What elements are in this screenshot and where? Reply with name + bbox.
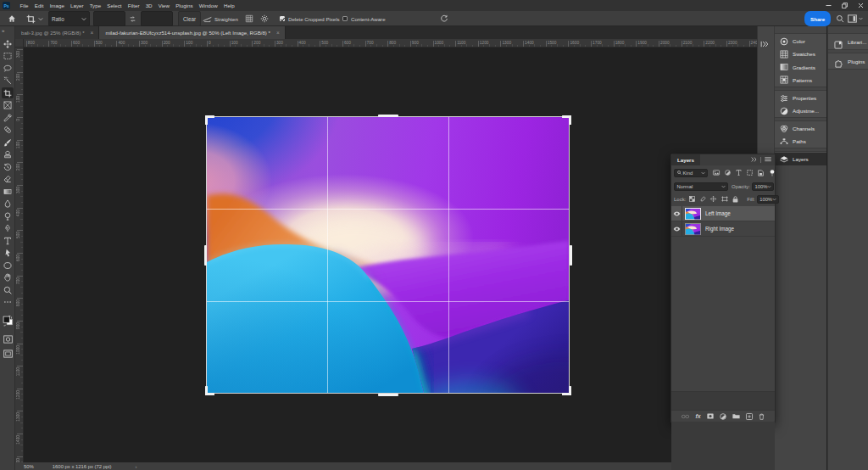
blur-tool[interactable] <box>2 199 14 210</box>
search-icon[interactable] <box>836 11 844 26</box>
home-button[interactable] <box>8 11 16 26</box>
layers-panel-tab[interactable]: Layers <box>671 154 700 165</box>
crop-width-field[interactable] <box>93 11 125 26</box>
menu-layer[interactable]: Layer <box>67 0 86 11</box>
layers-filter-kind-select[interactable]: Kind <box>674 169 708 177</box>
menu-window[interactable]: Window <box>196 0 220 11</box>
layers-empty-area[interactable] <box>671 391 775 470</box>
menu-image[interactable]: Image <box>47 0 67 11</box>
content-aware-checkbox[interactable] <box>342 16 348 21</box>
shape-tool[interactable] <box>2 260 14 271</box>
dodge-tool[interactable] <box>2 210 14 221</box>
link-layers-icon[interactable] <box>682 414 689 419</box>
dock-item-plugins[interactable]: Plugins <box>828 53 868 70</box>
layer-row-left-image[interactable]: Left Image <box>671 206 775 221</box>
crop-height-field[interactable] <box>141 11 173 26</box>
menu-help[interactable]: Help <box>220 0 237 11</box>
dock-item-channels[interactable]: Channels <box>775 122 826 135</box>
filter-smart-objects-icon[interactable] <box>758 170 764 176</box>
dock-item-swatches[interactable]: Swatches <box>775 48 826 60</box>
dock-item-paths[interactable]: Paths <box>775 135 826 148</box>
menu-plugins[interactable]: Plugins <box>173 0 196 11</box>
lock-position-icon[interactable] <box>710 196 716 202</box>
screen-mode[interactable] <box>2 348 14 359</box>
minimize-button[interactable] <box>824 2 832 10</box>
layers-panel-collapse-icon[interactable] <box>751 157 757 163</box>
dock-item-properties[interactable]: Properties <box>775 92 826 104</box>
crop-overlay-options-icon[interactable] <box>245 11 253 26</box>
new-group-icon[interactable] <box>732 413 740 419</box>
eyedropper-tool[interactable] <box>2 112 14 123</box>
layer-thumbnail[interactable] <box>685 208 701 220</box>
swap-dimensions-icon[interactable] <box>129 11 136 26</box>
eraser-tool[interactable] <box>2 174 14 185</box>
blend-mode-select[interactable]: Normal <box>674 182 728 191</box>
tab-close-icon[interactable]: × <box>276 30 280 36</box>
filter-type-layers-icon[interactable] <box>736 170 742 176</box>
crop-tool[interactable] <box>2 87 14 98</box>
delete-layer-icon[interactable] <box>759 413 765 420</box>
document-tab-1[interactable]: bali-3.jpg @ 25% (RGB/8) *× <box>15 26 99 39</box>
status-zoom-level[interactable]: 50% <box>24 464 34 469</box>
canvas-artwork[interactable] <box>207 117 569 393</box>
new-layer-icon[interactable] <box>746 413 753 420</box>
move-tool[interactable] <box>2 38 14 49</box>
lock-all-icon[interactable] <box>732 196 738 203</box>
healing-brush-tool[interactable] <box>2 125 14 136</box>
lock-artboard-icon[interactable] <box>721 196 728 202</box>
frame-tool[interactable] <box>2 100 14 111</box>
opacity-value-select[interactable]: 100% <box>752 182 774 191</box>
menu-3d[interactable]: 3D <box>142 0 155 11</box>
tool-preset-crop-icon[interactable] <box>26 11 43 26</box>
document-tab-2[interactable]: milad-fakurian-E8Ufcyxz514-unsplash.jpg … <box>99 26 285 39</box>
dock-item-adjustments[interactable]: Adjustme... <box>775 104 826 117</box>
workspace-switcher-icon[interactable] <box>848 11 863 26</box>
object-selection-tool[interactable] <box>2 76 14 87</box>
content-aware-option[interactable]: Content-Aware <box>342 11 386 26</box>
foreground-background-colors[interactable] <box>2 311 14 330</box>
fill-value-select[interactable]: 100% <box>757 195 779 204</box>
quick-mask-mode[interactable] <box>2 333 14 344</box>
crop-edge-handle-right[interactable] <box>570 245 572 266</box>
horizontal-ruler[interactable]: 8007006005004003002001000100200300400500… <box>24 39 757 48</box>
layer-visibility-eye-icon[interactable] <box>671 227 682 232</box>
layer-style-fx-icon[interactable]: fx <box>695 413 700 419</box>
dock-item-libraries[interactable]: Librari... <box>828 33 868 50</box>
lasso-tool[interactable] <box>2 63 14 74</box>
clone-stamp-tool[interactable] <box>2 149 14 160</box>
new-adjustment-layer-icon[interactable] <box>720 413 726 420</box>
layers-panel-menu-icon[interactable] <box>765 157 771 163</box>
menu-filter[interactable]: Filter <box>125 0 142 11</box>
straighten-icon[interactable] <box>203 11 212 26</box>
pen-tool[interactable] <box>2 223 14 234</box>
edit-toolbar[interactable] <box>2 297 14 308</box>
layer-thumbnail[interactable] <box>685 223 701 235</box>
layer-row-right-image[interactable]: Right Image <box>671 221 775 237</box>
dock-item-gradients[interactable]: Gradients <box>775 61 826 74</box>
brush-tool[interactable] <box>2 137 14 148</box>
close-button[interactable] <box>856 2 865 10</box>
delete-cropped-pixels-option[interactable]: Delete Cropped Pixels <box>280 11 340 26</box>
path-selection-tool[interactable] <box>2 248 14 259</box>
status-chevron[interactable]: › <box>136 464 137 469</box>
dock-item-layers[interactable]: Layers <box>775 153 826 165</box>
menu-edit[interactable]: Edit <box>31 0 47 11</box>
ruler-corner[interactable] <box>15 39 24 48</box>
restore-button[interactable] <box>840 2 849 10</box>
aspect-ratio-select[interactable]: Ratio <box>48 11 90 26</box>
filter-pixel-layers-icon[interactable] <box>713 170 720 176</box>
menu-view[interactable]: View <box>155 0 173 11</box>
marquee-tool[interactable] <box>2 51 14 62</box>
add-layer-mask-icon[interactable] <box>707 413 714 419</box>
dock-item-patterns[interactable]: Patterns <box>775 74 826 87</box>
lock-image-pixels-icon[interactable] <box>700 196 706 202</box>
layer-filtering-toggle[interactable] <box>770 170 775 176</box>
filter-shape-layers-icon[interactable] <box>747 170 753 176</box>
toolbar-expand-chevron[interactable]: » <box>2 28 12 34</box>
delete-cropped-pixels-checkbox[interactable] <box>280 16 285 21</box>
straighten-label[interactable]: Straighten <box>214 11 238 26</box>
filter-adjustment-layers-icon[interactable] <box>725 170 731 176</box>
vertical-ruler[interactable]: 3002001000100200300400500600700800900100… <box>15 48 24 462</box>
crop-corner-handle-bl[interactable] <box>205 395 215 406</box>
crop-edge-handle-top[interactable] <box>378 115 398 117</box>
